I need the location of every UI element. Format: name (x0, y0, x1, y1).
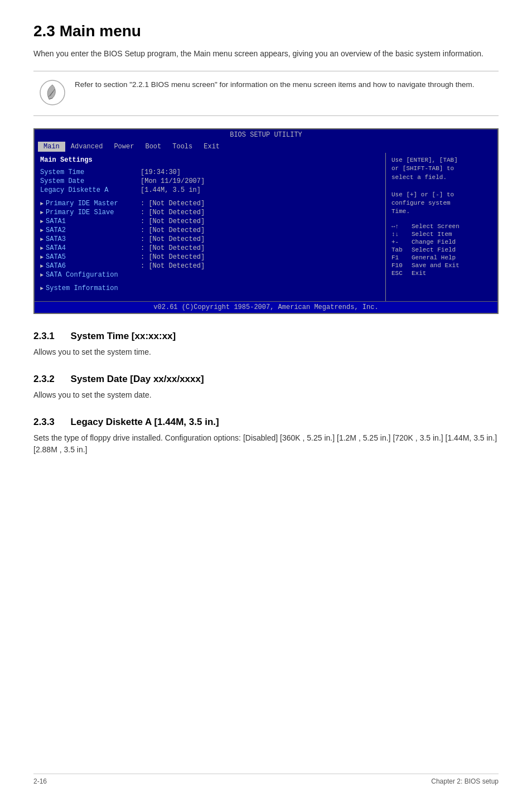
note-text-content: Refer to section "2.2.1 BIOS menu screen… (75, 79, 474, 90)
section-heading-233: 2.3.3 Legacy Diskette A [1.44M, 3.5 in.] (33, 417, 499, 428)
section-heading-231: 2.3.1 System Time [xx:xx:xx] (33, 331, 499, 342)
bios-menu-main[interactable]: Main (38, 142, 65, 152)
bios-list-value-primary-ide-master: : [Not Detected] (141, 200, 205, 207)
bios-nav-esc: ESC Exit (391, 270, 492, 277)
section-body-231: Allows you to set the system time. (33, 346, 499, 358)
bios-screen: BIOS SETUP UTILITY Main Advanced Power B… (33, 128, 499, 314)
bios-list-label-sata5: SATA5 (46, 253, 141, 261)
section-num-231: 2.3.1 (33, 331, 55, 341)
bios-title-bar: BIOS SETUP UTILITY (35, 129, 497, 141)
bios-list-label-system-info: System Information (46, 284, 141, 292)
bios-list-value-primary-ide-slave: : [Not Detected] (141, 209, 205, 216)
bios-list-label-sata-config: SATA Configuration (46, 271, 141, 279)
section-title-232: System Date [Day xx/xx/xxxx] (71, 374, 204, 384)
bios-section-title: Main Settings (40, 156, 380, 164)
bios-nav-desc-arrows: Select Screen (412, 223, 460, 230)
arrow-icon: ► (40, 272, 43, 278)
bios-nav-f10: F10 Save and Exit (391, 262, 492, 269)
bios-sata4: ► SATA4 : [Not Detected] (40, 244, 380, 252)
bios-nav-desc-esc: Exit (412, 270, 426, 277)
intro-text: When you enter the BIOS Setup program, t… (33, 48, 499, 60)
bios-list-value-sata2: : [Not Detected] (141, 226, 205, 234)
arrow-icon: ► (40, 201, 43, 207)
bios-menu-exit[interactable]: Exit (198, 142, 225, 152)
bios-list-label-primary-ide-slave: Primary IDE Slave (46, 209, 141, 216)
bios-list-value-sata5: : [Not Detected] (141, 253, 205, 261)
bios-nav-plusminus: +- Change Field (391, 239, 492, 245)
bios-body: Main Settings System Time [19:34:30] Sys… (35, 153, 497, 301)
bios-legacy-diskette-value: [1.44M, 3.5 in] (141, 186, 201, 194)
bios-nav-key-esc: ESC (391, 270, 412, 277)
footer-page-num: 2-16 (33, 777, 47, 785)
bios-system-time-label: System Time (40, 168, 141, 176)
arrow-icon: ► (40, 210, 43, 216)
bios-list-label-sata1: SATA1 (46, 218, 141, 225)
bios-nav-desc-f10: Save and Exit (412, 262, 460, 269)
bios-nav-desc-plusminus: Change Field (412, 239, 456, 245)
bios-list-label-primary-ide-master: Primary IDE Master (46, 200, 141, 207)
bios-system-date-value: [Mon 11/19/2007] (141, 177, 205, 185)
bios-list-value-sata1: : [Not Detected] (141, 218, 205, 225)
bios-sata6: ► SATA6 : [Not Detected] (40, 262, 380, 270)
section-body-233: Sets the type of floppy drive installed.… (33, 432, 499, 456)
bios-nav-desc-tab: Select Field (412, 247, 456, 253)
bios-system-time-field: System Time [19:34:30] (40, 168, 380, 176)
section-title-231: System Time [xx:xx:xx] (71, 331, 176, 341)
bios-legacy-diskette-label: Legacy Diskette A (40, 186, 141, 194)
page-footer: 2-16 Chapter 2: BIOS setup (33, 774, 499, 785)
bios-list-value-sata3: : [Not Detected] (141, 235, 205, 243)
bios-nav-section: ↔↑ Select Screen ↕↓ Select Item +- Chang… (391, 223, 492, 277)
footer-chapter: Chapter 2: BIOS setup (431, 777, 499, 785)
bios-nav-updown: ↕↓ Select Item (391, 231, 492, 238)
bios-nav-key-f10: F10 (391, 262, 412, 269)
feather-icon (39, 79, 66, 106)
section-num-233: 2.3.3 (33, 417, 55, 427)
bios-legacy-diskette-field: Legacy Diskette A [1.44M, 3.5 in] (40, 186, 380, 194)
bios-system-date-label: System Date (40, 177, 141, 185)
bios-right-panel: Use [ENTER], [TAB] or [SHIFT-TAB] to sel… (386, 153, 497, 301)
arrow-icon: ► (40, 254, 43, 260)
bios-list-label-sata3: SATA3 (46, 235, 141, 243)
bios-primary-ide-master: ► Primary IDE Master : [Not Detected] (40, 200, 380, 207)
arrow-icon: ► (40, 286, 43, 292)
bios-nav-key-arrows: ↔↑ (391, 223, 412, 230)
bios-nav-key-f1: F1 (391, 254, 412, 261)
bios-footer: v02.61 (C)Copyright 1985-2007, American … (35, 301, 497, 313)
bios-list-label-sata2: SATA2 (46, 226, 141, 234)
bios-menu-boot[interactable]: Boot (139, 142, 167, 152)
bios-sata2: ► SATA2 : [Not Detected] (40, 226, 380, 234)
page-title: 2.3 Main menu (33, 22, 499, 40)
bios-nav-desc-updown: Select Item (412, 231, 452, 238)
arrow-icon: ► (40, 236, 43, 243)
bios-list-value-sata6: : [Not Detected] (141, 262, 205, 270)
bios-list-value-sata4: : [Not Detected] (141, 244, 205, 252)
bios-system-time-value: [19:34:30] (141, 168, 181, 176)
arrow-icon: ► (40, 219, 43, 225)
bios-sata3: ► SATA3 : [Not Detected] (40, 235, 380, 243)
section-heading-232: 2.3.2 System Date [Day xx/xx/xxxx] (33, 374, 499, 385)
bios-menu-tools[interactable]: Tools (167, 142, 198, 152)
bios-main-panel: Main Settings System Time [19:34:30] Sys… (35, 153, 386, 301)
note-icon (39, 79, 67, 108)
section-num-232: 2.3.2 (33, 374, 55, 384)
arrow-icon: ► (40, 263, 43, 269)
bios-primary-ide-slave: ► Primary IDE Slave : [Not Detected] (40, 209, 380, 216)
bios-system-date-field: System Date [Mon 11/19/2007] (40, 177, 380, 185)
bios-nav-key-plusminus: +- (391, 239, 412, 245)
section-body-232: Allows you to set the system date. (33, 389, 499, 401)
bios-menu-power[interactable]: Power (108, 142, 139, 152)
bios-sata-config: ► SATA Configuration (40, 271, 380, 279)
bios-nav-key-tab: Tab (391, 247, 412, 253)
bios-nav-arrows: ↔↑ Select Screen (391, 223, 492, 230)
bios-nav-desc-f1: General Help (412, 254, 456, 261)
bios-menu-advanced[interactable]: Advanced (65, 142, 109, 152)
bios-list-label-sata4: SATA4 (46, 244, 141, 252)
bios-sata5: ► SATA5 : [Not Detected] (40, 253, 380, 261)
arrow-icon: ► (40, 245, 43, 252)
bios-menu-bar: Main Advanced Power Boot Tools Exit (35, 141, 497, 153)
arrow-icon: ► (40, 228, 43, 234)
note-box: Refer to section "2.2.1 BIOS menu screen… (33, 71, 499, 116)
bios-help-text: Use [ENTER], [TAB] or [SHIFT-TAB] to sel… (391, 156, 492, 216)
bios-list-label-sata6: SATA6 (46, 262, 141, 270)
bios-nav-tab: Tab Select Field (391, 247, 492, 253)
